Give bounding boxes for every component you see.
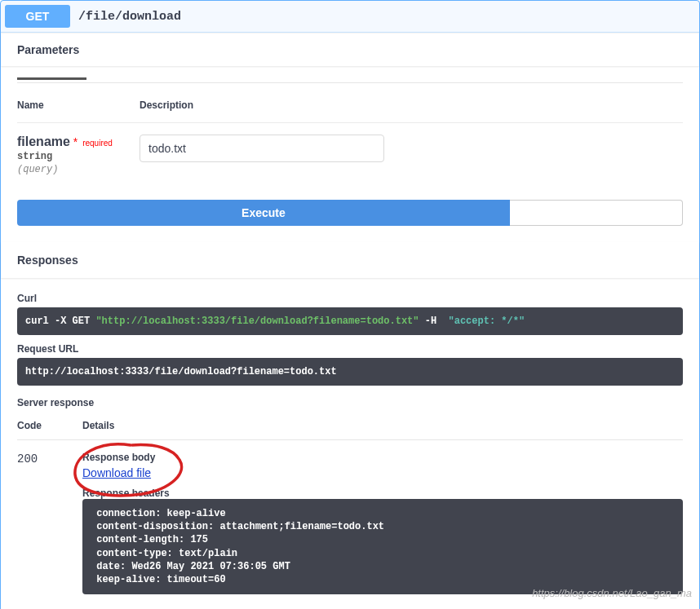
required-text: required	[81, 139, 113, 148]
curl-block: curl -X GET "http://localhost:3333/file/…	[17, 307, 683, 335]
curl-prefix: curl -X GET	[25, 316, 95, 327]
parameters-table: Name Description filename * required str…	[1, 83, 699, 183]
param-name: filename	[17, 135, 70, 148]
operation-summary[interactable]: GET /file/download	[1, 1, 699, 33]
response-row: 200 Response body Download file Response…	[17, 440, 683, 594]
responses-body: Curl curl -X GET "http://localhost:3333/…	[1, 278, 699, 609]
params-header-row: Name Description	[17, 99, 683, 123]
server-response-label: Server response	[17, 397, 683, 408]
param-input-filename[interactable]	[140, 135, 384, 162]
endpoint-path: /file/download	[70, 10, 181, 24]
response-table-head: Code Details	[17, 412, 683, 440]
parameters-title: Parameters	[17, 43, 79, 56]
curl-flag: -H	[419, 316, 449, 327]
execute-wrapper: Execute	[1, 183, 699, 242]
request-url-block: http://localhost:3333/file/download?file…	[17, 358, 683, 386]
curl-url: "http://localhost:3333/file/download?fil…	[95, 316, 419, 327]
tab-underline	[17, 66, 683, 83]
code-column: Code	[17, 420, 82, 431]
watermark: https://blog.csdn.net/Lao_gan_ma	[532, 587, 692, 599]
param-type: string	[17, 151, 140, 162]
http-method-badge: GET	[5, 5, 70, 28]
operation-block: GET /file/download Parameters Name Descr…	[0, 0, 700, 609]
col-description: Description	[140, 99, 683, 111]
col-name: Name	[17, 99, 140, 111]
response-headers-label: Response headers	[82, 488, 683, 499]
param-row: filename * required string (query)	[17, 135, 683, 175]
responses-header: Responses	[1, 242, 699, 278]
responses-title: Responses	[17, 254, 78, 267]
clear-button-slot[interactable]	[510, 200, 683, 226]
curl-label: Curl	[17, 293, 683, 304]
response-headers-block: connection: keep-alive content-dispositi…	[82, 499, 683, 594]
parameters-header: Parameters	[1, 33, 699, 66]
response-body-label: Response body	[82, 452, 683, 463]
details-column: Details	[82, 420, 683, 431]
execute-button[interactable]: Execute	[17, 200, 510, 226]
download-file-link[interactable]: Download file	[82, 466, 151, 479]
status-code: 200	[17, 452, 38, 466]
responses-section: Responses Curl curl -X GET "http://local…	[1, 242, 699, 609]
required-star: *	[73, 135, 78, 148]
operation-body: Parameters Name Description filename * r…	[1, 33, 699, 609]
param-in: (query)	[17, 164, 140, 175]
curl-accept: "accept: */*"	[449, 316, 525, 327]
request-url-label: Request URL	[17, 343, 683, 355]
